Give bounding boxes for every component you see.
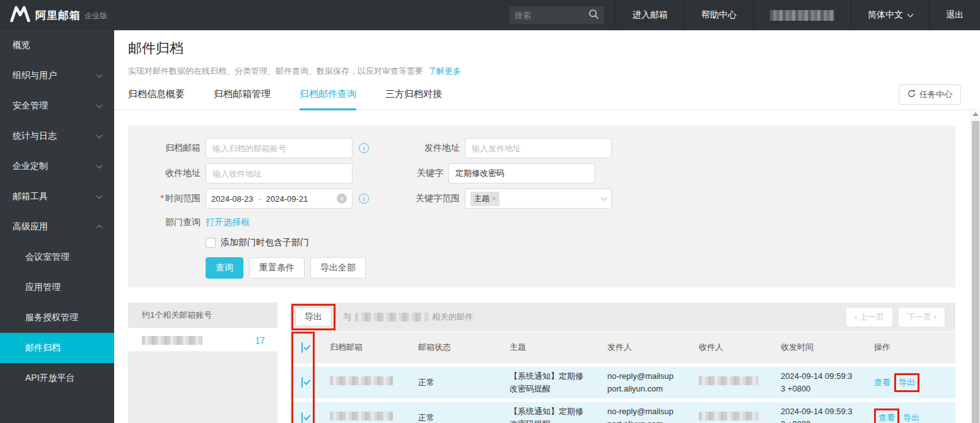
sidebar-item-stats-logs[interactable]: 统计与日志 <box>0 121 114 151</box>
related-accounts-summary: 约1个相关邮箱账号 <box>128 303 277 328</box>
chevron-down-icon[interactable] <box>601 195 607 201</box>
sidebar-subitem-label: 应用管理 <box>25 282 61 293</box>
tab-archive-mail-query[interactable]: 归档邮件查询 <box>300 88 356 110</box>
chevron-down-icon <box>96 193 103 199</box>
related-prefix: 与 <box>343 311 351 323</box>
topbar: 阿里邮箱 企业版 进入邮箱 帮助中心 简体中文 退出 <box>0 0 980 30</box>
help-center-label: 帮助中心 <box>701 9 737 21</box>
sidebar-item-mail-archive[interactable]: 邮件归档 <box>0 333 114 363</box>
sidebar-subitem-label: 服务授权管理 <box>25 312 78 323</box>
export-selected-button[interactable]: 导出 <box>295 308 332 327</box>
page: 阿里邮箱 企业版 进入邮箱 帮助中心 简体中文 退出 概览 组织与用户 安全管理… <box>0 0 980 423</box>
redacted-recipient <box>699 376 759 385</box>
topbar-search[interactable] <box>510 6 604 24</box>
recipient-address-label: 收件地址 <box>128 168 201 179</box>
sidebar-item-advanced-apps[interactable]: 高级应用 <box>0 212 114 242</box>
keyword-scope-select[interactable]: 主题× <box>465 188 612 209</box>
date-separator: - <box>259 194 261 204</box>
account-menu[interactable] <box>753 0 851 30</box>
sidebar-item-mail-tools[interactable]: 邮箱工具 <box>0 182 114 212</box>
sidebar-item-overview[interactable]: 概览 <box>0 30 114 61</box>
pagination: ‹ 上一页 下一页 › <box>846 307 945 327</box>
sidebar-item-security[interactable]: 安全管理 <box>0 91 114 121</box>
page-title: 邮件归档 <box>128 39 980 58</box>
related-account-item[interactable]: 17 <box>128 331 277 350</box>
logout-button[interactable]: 退出 <box>929 0 980 30</box>
brand-name: 阿里邮箱 <box>35 8 81 23</box>
table-row[interactable]: 正常 【系统通知】定期修改密码提醒 no-reply@mailsupport.a… <box>290 402 955 423</box>
vertical-scrollbar[interactable] <box>971 108 980 423</box>
help-center-button[interactable]: 帮助中心 <box>684 0 753 30</box>
export-all-button[interactable]: 导出全部 <box>310 257 366 279</box>
redacted-account-name <box>770 10 834 21</box>
tab-third-party-archive[interactable]: 三方归档对接 <box>385 88 442 110</box>
task-center-button[interactable]: 任务中心 <box>899 84 961 105</box>
col-header-subject: 主题 <box>498 342 596 353</box>
clear-date-icon[interactable]: × <box>337 194 347 204</box>
redacted-archive-mailbox <box>330 412 393 420</box>
next-page-button[interactable]: 下一页 › <box>898 307 945 327</box>
mailbox-status: 正常 <box>407 412 498 423</box>
query-button[interactable]: 查询 <box>206 257 243 279</box>
tab-archive-mailbox-management[interactable]: 归档邮箱管理 <box>214 88 271 110</box>
date-start-value[interactable]: 2024-08-23 <box>211 194 254 204</box>
sidebar-item-enterprise-custom[interactable]: 企业定制 <box>0 151 114 182</box>
sidebar-item-meeting-room[interactable]: 会议室管理 <box>0 242 114 272</box>
account-mail-count: 17 <box>255 335 265 345</box>
row-checkbox[interactable] <box>301 377 303 388</box>
col-header-recipient: 收件人 <box>687 342 769 353</box>
sender-address-input[interactable] <box>465 138 612 158</box>
time-range-label-text: 时间范围 <box>165 193 201 203</box>
learn-more-link[interactable]: 了解更多 <box>428 66 461 76</box>
include-sub-dept-checkbox[interactable] <box>206 238 216 248</box>
info-icon[interactable]: i <box>359 143 369 153</box>
scroll-up-icon[interactable] <box>972 112 979 116</box>
select-all-checkbox[interactable] <box>301 342 303 353</box>
table-row[interactable]: 正常 【系统通知】定期修改密码提醒 no-reply@mailsupport.a… <box>290 367 955 398</box>
results-section: 约1个相关邮箱账号 17 导出 与 <box>128 303 955 423</box>
keyword-input[interactable] <box>448 163 595 183</box>
page-subtitle-text: 实现对邮件数据的在线归档、分类管理、邮件查询、数据保存，以应对审查等需要 <box>128 66 423 76</box>
tab-archive-info-summary[interactable]: 归档信息概要 <box>128 88 185 110</box>
date-range-picker[interactable]: 2024-08-23 - 2024-09-21 × <box>206 188 353 209</box>
annotation-box-export-button: 导出 <box>291 304 335 330</box>
language-selector[interactable]: 简体中文 <box>851 0 929 30</box>
view-mail-link[interactable]: 查看 <box>878 413 895 422</box>
reset-button[interactable]: 重置条件 <box>249 257 305 279</box>
topbar-right: 进入邮箱 帮助中心 简体中文 退出 <box>510 0 980 30</box>
export-mail-link[interactable]: 导出 <box>899 378 915 387</box>
view-mail-link[interactable]: 查看 <box>874 376 890 389</box>
mail-subject: 【系统通知】定期修改密码提醒 <box>498 370 596 395</box>
date-end-value[interactable]: 2024-09-21 <box>266 194 308 204</box>
task-center-label: 任务中心 <box>919 89 952 100</box>
col-header-actions: 操作 <box>863 342 955 353</box>
recipient-address-input[interactable] <box>206 163 353 183</box>
related-accounts-empty-area <box>128 351 277 423</box>
sidebar-subitem-label: API开放平台 <box>25 373 75 384</box>
search-icon[interactable] <box>588 9 599 22</box>
scrollbar-thumb[interactable] <box>972 121 979 423</box>
sidebar-item-org-users[interactable]: 组织与用户 <box>0 61 114 91</box>
sidebar-item-api-platform[interactable]: API开放平台 <box>0 363 114 393</box>
mail-subject: 【系统通知】定期修改密码提醒 <box>498 405 596 423</box>
prev-page-button[interactable]: ‹ 上一页 <box>846 307 893 327</box>
row-checkbox[interactable] <box>301 412 303 423</box>
page-subtitle: 实现对邮件数据的在线归档、分类管理、邮件查询、数据保存，以应对审查等需要了解更多 <box>128 66 980 77</box>
tag-close-icon[interactable]: × <box>492 195 496 202</box>
open-selector-link[interactable]: 打开选择框 <box>206 217 250 227</box>
next-page-label: 下一页 <box>907 312 931 322</box>
sidebar-subitem-label: 邮件归档 <box>25 342 61 354</box>
chevron-down-icon <box>96 132 103 139</box>
info-icon[interactable]: i <box>359 194 369 204</box>
alimail-logo-icon <box>10 6 30 25</box>
enter-mailbox-button[interactable]: 进入邮箱 <box>615 0 684 30</box>
sidebar-item-app-management[interactable]: 应用管理 <box>0 272 114 303</box>
archive-mailbox-input[interactable] <box>206 138 353 158</box>
archive-mailbox-label: 归档邮箱 <box>128 142 201 154</box>
related-suffix: 相关的邮件 <box>432 311 473 323</box>
sidebar-item-label: 企业定制 <box>13 161 48 172</box>
sidebar-item-service-auth[interactable]: 服务授权管理 <box>0 303 114 333</box>
export-mail-link[interactable]: 导出 <box>903 412 919 423</box>
sidebar-item-label: 高级应用 <box>13 221 48 233</box>
search-input[interactable] <box>515 11 588 20</box>
